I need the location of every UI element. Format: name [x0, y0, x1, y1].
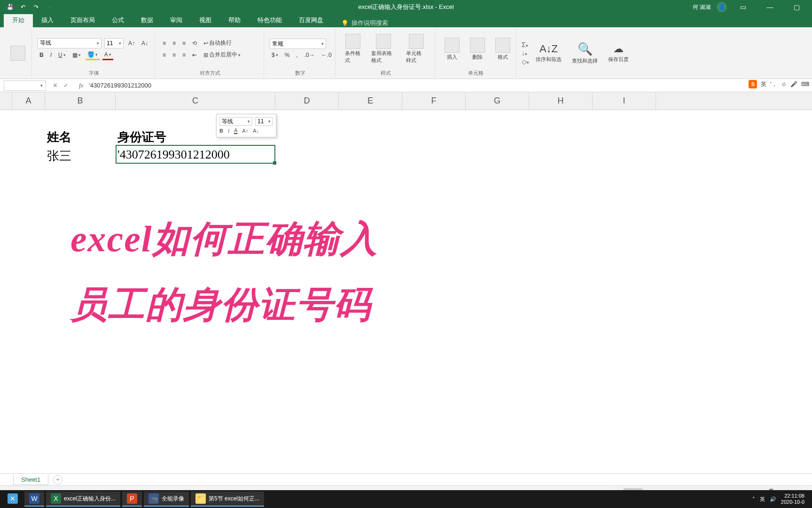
- ime-emoji-icon[interactable]: ☺: [781, 81, 787, 87]
- col-header-c[interactable]: C: [116, 92, 275, 110]
- ime-lang[interactable]: 英: [761, 80, 766, 88]
- insert-cells-button[interactable]: 插入: [441, 36, 463, 63]
- spreadsheet-grid[interactable]: A B C D E F G H I 姓名 身份证号 张三 '4307261993…: [0, 92, 812, 473]
- select-all-corner[interactable]: [0, 92, 12, 110]
- col-header-h[interactable]: H: [529, 92, 593, 110]
- baidu-save-button[interactable]: ☁保存百度: [604, 41, 632, 65]
- mini-font-color-button[interactable]: A: [234, 127, 237, 134]
- task-excel[interactable]: Xexcel正确输入身份...: [46, 492, 120, 507]
- tell-me-search[interactable]: 💡 操作说明搜索: [341, 19, 388, 27]
- increase-decimal-icon[interactable]: .0→: [303, 51, 317, 59]
- tab-view[interactable]: 视图: [191, 13, 220, 27]
- format-cells-button[interactable]: 格式: [492, 36, 514, 63]
- bold-button[interactable]: B: [38, 51, 46, 59]
- undo-icon[interactable]: ↶: [19, 3, 27, 11]
- tab-baidu[interactable]: 百度网盘: [290, 13, 332, 27]
- maximize-button[interactable]: ▢: [786, 0, 807, 14]
- mini-font-select[interactable]: 等线▾: [219, 117, 252, 126]
- currency-icon[interactable]: $▾: [270, 51, 280, 59]
- tray-up-icon[interactable]: ˄: [752, 496, 755, 502]
- confirm-edit-icon[interactable]: ✓: [63, 82, 69, 89]
- comma-icon[interactable]: ,: [294, 51, 299, 59]
- col-header-a[interactable]: A: [12, 92, 45, 110]
- cell-b2[interactable]: 姓名: [47, 129, 71, 145]
- col-header-b[interactable]: B: [45, 92, 116, 110]
- add-sheet-button[interactable]: +: [53, 475, 62, 484]
- border-button[interactable]: ▦▾: [70, 51, 83, 59]
- align-top-icon[interactable]: ≡: [161, 39, 168, 48]
- mini-italic-button[interactable]: I: [228, 128, 229, 134]
- decrease-font-icon[interactable]: A↓: [140, 39, 150, 48]
- mini-size-select[interactable]: 11▾: [255, 117, 273, 126]
- mini-decrease-font-icon[interactable]: A↓: [253, 128, 259, 134]
- tray-ime[interactable]: 英: [760, 496, 765, 503]
- task-powerpoint[interactable]: P: [122, 492, 142, 507]
- tab-home[interactable]: 开始: [4, 13, 33, 27]
- task-word[interactable]: W: [24, 492, 44, 507]
- percent-icon[interactable]: %: [283, 51, 292, 59]
- align-left-icon[interactable]: ≡: [161, 51, 168, 59]
- font-size-select[interactable]: 11▾: [104, 38, 124, 48]
- mini-bold-button[interactable]: B: [219, 128, 223, 134]
- tab-insert[interactable]: 插入: [33, 13, 62, 27]
- merge-button[interactable]: ⊞ 合并后居中▾: [202, 50, 242, 60]
- wrap-text-button[interactable]: ↩ 自动换行: [202, 38, 234, 48]
- ime-punct-icon[interactable]: '，: [770, 80, 777, 88]
- redo-icon[interactable]: ↷: [32, 3, 40, 11]
- save-icon[interactable]: 💾: [6, 3, 14, 11]
- font-name-select[interactable]: 等线▾: [38, 38, 102, 48]
- cancel-edit-icon[interactable]: ✕: [53, 82, 58, 89]
- clear-icon[interactable]: ◇▾: [522, 58, 529, 65]
- task-recorder[interactable]: 📹全能录像: [144, 492, 189, 507]
- task-folder[interactable]: 📁第5节 excel如何正...: [191, 492, 264, 507]
- tray-network-icon[interactable]: 🔊: [770, 496, 776, 502]
- name-box[interactable]: ▾: [4, 80, 46, 91]
- table-format-button[interactable]: 套用表格格式: [367, 32, 399, 66]
- orientation-icon[interactable]: ⟲: [190, 39, 199, 48]
- col-header-f[interactable]: F: [402, 92, 466, 110]
- qat-more-icon[interactable]: ▾: [45, 3, 54, 11]
- cell-style-button[interactable]: 单元格样式: [402, 32, 430, 66]
- tab-data[interactable]: 数据: [133, 13, 162, 27]
- underline-button[interactable]: U▾: [56, 51, 68, 59]
- tab-help[interactable]: 帮助: [220, 13, 249, 27]
- decrease-decimal-icon[interactable]: ←.0: [320, 51, 334, 59]
- number-format-select[interactable]: 常规▾: [270, 39, 326, 49]
- tab-features[interactable]: 特色功能: [249, 13, 290, 27]
- fx-icon[interactable]: fx: [75, 82, 87, 89]
- ribbon-options-icon[interactable]: ▭: [733, 0, 754, 14]
- align-middle-icon[interactable]: ≡: [171, 39, 178, 48]
- ime-keyboard-icon[interactable]: ⌨: [801, 81, 809, 87]
- ime-mic-icon[interactable]: 🎤: [790, 81, 797, 87]
- find-select-button[interactable]: 🔍查找和选择: [568, 40, 601, 66]
- col-header-g[interactable]: G: [466, 92, 529, 110]
- sogou-icon[interactable]: S: [749, 80, 757, 88]
- indent-decrease-icon[interactable]: ⇤: [190, 51, 199, 59]
- tab-review[interactable]: 审阅: [162, 13, 191, 27]
- tab-layout[interactable]: 页面布局: [62, 13, 103, 27]
- fill-color-button[interactable]: 🪣▾: [86, 50, 100, 60]
- italic-button[interactable]: I: [48, 51, 54, 59]
- sheet-tab-1[interactable]: Sheet1: [13, 475, 48, 485]
- formula-bar[interactable]: '430726199301212000: [87, 82, 812, 89]
- delete-cells-button[interactable]: 删除: [466, 36, 489, 63]
- sort-filter-button[interactable]: A↓Z排序和筛选: [532, 41, 565, 65]
- mini-increase-font-icon[interactable]: A↑: [242, 128, 248, 134]
- minimize-button[interactable]: —: [759, 0, 781, 14]
- align-center-icon[interactable]: ≡: [171, 51, 178, 59]
- col-header-e[interactable]: E: [339, 92, 402, 110]
- fill-icon[interactable]: ↓▾: [522, 49, 529, 57]
- cell-c2[interactable]: 身份证号: [117, 129, 166, 145]
- paste-button[interactable]: [8, 44, 27, 63]
- col-header-i[interactable]: I: [593, 92, 656, 110]
- increase-font-icon[interactable]: A↑: [126, 39, 137, 48]
- align-bottom-icon[interactable]: ≡: [180, 39, 187, 48]
- user-avatar-icon[interactable]: 👤: [717, 2, 727, 12]
- autosum-icon[interactable]: Σ▾: [522, 41, 529, 48]
- col-header-d[interactable]: D: [275, 92, 339, 110]
- align-right-icon[interactable]: ≡: [180, 51, 187, 59]
- tab-formulas[interactable]: 公式: [103, 13, 133, 27]
- conditional-format-button[interactable]: 条件格式: [341, 32, 365, 66]
- font-color-button[interactable]: A▾: [102, 50, 113, 60]
- task-app-1[interactable]: ✕: [3, 492, 23, 507]
